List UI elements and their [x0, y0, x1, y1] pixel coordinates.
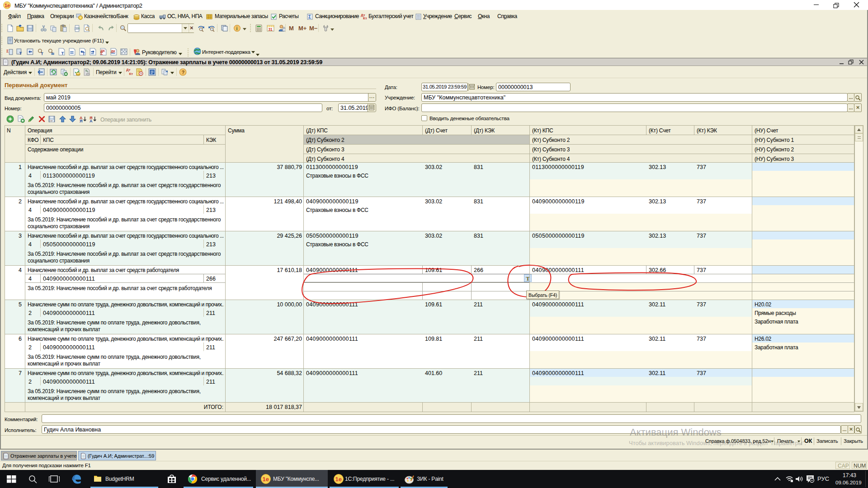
svg-text:Σ: Σ — [6, 49, 9, 53]
svg-text:ок: ок — [50, 119, 53, 122]
svg-text:Т: Т — [61, 51, 64, 56]
svg-text:?: ? — [182, 70, 184, 75]
svg-text:Т: Т — [83, 52, 85, 56]
svg-text:Я: Я — [80, 119, 82, 123]
svg-text:1e: 1e — [335, 476, 342, 483]
svg-text:Кт: Кт — [363, 16, 367, 20]
svg-text:ДК: ДК — [111, 49, 115, 53]
svg-text:31: 31 — [268, 27, 273, 32]
svg-text:Т: Т — [41, 52, 44, 56]
svg-text:1e: 1e — [263, 476, 269, 483]
svg-text:i: i — [236, 26, 237, 31]
svg-text:1e: 1e — [5, 3, 10, 8]
svg-text:Σ: Σ — [100, 51, 103, 56]
svg-text:А: А — [90, 119, 93, 123]
svg-text:Кт: Кт — [129, 72, 133, 75]
svg-text:Т: Т — [19, 51, 22, 56]
svg-text:Σ: Σ — [308, 14, 311, 19]
